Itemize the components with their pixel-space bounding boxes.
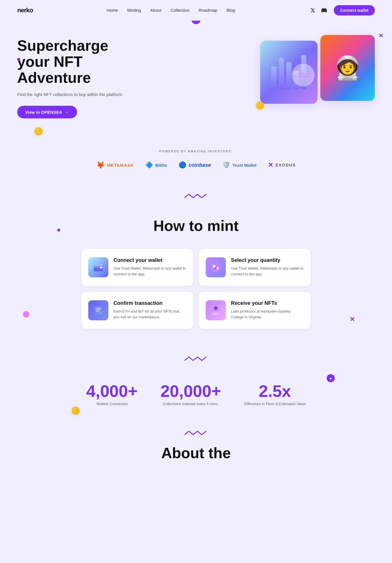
navbar: nerko Home Minting About Collection Road… bbox=[0, 0, 392, 21]
svg-rect-8 bbox=[96, 309, 101, 310]
about-section: About the bbox=[0, 420, 392, 464]
hero-subtext: Find the right NFT collections to buy wi… bbox=[17, 91, 123, 98]
view-opensea-button[interactable]: View in OPENSEA → bbox=[17, 106, 77, 118]
mint-step-4-text: Receive your NFTs Latin professor at Ham… bbox=[231, 300, 304, 320]
trustwallet-icon: 🛡️ bbox=[222, 161, 230, 169]
metamask-icon: 🦊 bbox=[96, 161, 105, 169]
svg-rect-9 bbox=[96, 311, 99, 311]
investors-label: POWERED BY AMAZING INVESTORS: bbox=[17, 150, 375, 153]
stat-collections: 20,000+ Collections Indexed every 5 mins… bbox=[160, 383, 221, 406]
mint-icon-transaction bbox=[88, 300, 108, 320]
stats-nav-dot: ▶ bbox=[327, 374, 335, 382]
twitter-icon[interactable] bbox=[309, 6, 317, 14]
mint-step-select-quantity: Select your quantity Use Trust Wallet, M… bbox=[199, 249, 311, 286]
mint-steps-grid: Connect your wallet Use Trust Wallet, Me… bbox=[81, 249, 311, 329]
wave-svg-1 bbox=[185, 192, 207, 201]
trustwallet-label: Trust Wallet bbox=[232, 163, 256, 168]
connect-wallet-button[interactable]: Connect wallet bbox=[334, 5, 375, 15]
exodus-icon: ✕ bbox=[268, 161, 273, 169]
svg-point-10 bbox=[212, 312, 220, 315]
nav-blog[interactable]: Blog bbox=[226, 8, 235, 13]
nav-home[interactable]: Home bbox=[107, 8, 118, 13]
nav-roadmap[interactable]: Roadmap bbox=[199, 8, 217, 13]
svg-rect-2 bbox=[100, 267, 102, 268]
brand-logo[interactable]: nerko bbox=[17, 7, 33, 14]
mint-step-1-text: Connect your wallet Use Trust Wallet, Me… bbox=[113, 257, 186, 277]
x-decoration-top: ✕ bbox=[379, 32, 383, 39]
nav-collection[interactable]: Collection bbox=[170, 8, 189, 13]
logo-exodus: ✕ EXODUS bbox=[268, 161, 296, 169]
x-decoration-mint: ✕ bbox=[350, 316, 355, 323]
investors-section: POWERED BY AMAZING INVESTORS: 🦊 METAMASK… bbox=[0, 141, 392, 183]
mint-icon-quantity bbox=[206, 257, 226, 277]
coinbase-label: coinbase bbox=[189, 162, 211, 168]
logo-coinbase: 🔵 coinbase bbox=[179, 161, 211, 169]
nft-card-2[interactable]: 🧑‍🚀 bbox=[320, 35, 375, 101]
wave-divider-3 bbox=[17, 429, 375, 439]
logo-trustwallet: 🛡️ Trust Wallet bbox=[222, 161, 256, 169]
nav-minting[interactable]: Minting bbox=[127, 8, 141, 13]
stats-coin-decoration bbox=[72, 407, 80, 415]
discord-icon[interactable] bbox=[320, 6, 328, 14]
arrow-icon: → bbox=[64, 109, 69, 115]
mint-step-confirm-transaction: Confirm transaction Earn ETH and BIT for… bbox=[81, 292, 193, 329]
how-to-mint-section: ✕ How to mint Connect your wallet Use Tr… bbox=[0, 206, 392, 346]
decoration-dot-left bbox=[17, 58, 20, 61]
hero-nft-images: ✕ 🧑‍🚀 VIEW IN OPENSEA ↗ bbox=[254, 35, 375, 121]
metamask-label: METAMASK bbox=[107, 163, 134, 168]
nav-links: Home Minting About Collection Roadmap Bl… bbox=[107, 8, 235, 13]
svg-rect-7 bbox=[96, 308, 101, 309]
wave-divider-1 bbox=[0, 183, 392, 206]
stat-wallets: 4,000+ Wallets Connected bbox=[86, 383, 138, 406]
nav-about[interactable]: About bbox=[150, 8, 161, 13]
decoration-dot-pink bbox=[23, 311, 29, 317]
hero-text: Supercharge your NFT Adventure Find the … bbox=[17, 38, 123, 119]
mint-step-connect-wallet: Connect your wallet Use Trust Wallet, Me… bbox=[81, 249, 193, 286]
coin-decoration-left bbox=[34, 127, 42, 135]
nft-astronaut-icon: 🧑‍🚀 bbox=[333, 54, 362, 81]
stat-difference: 2.5x Difference in Floor & Estimated Val… bbox=[244, 383, 306, 406]
wave-svg-2 bbox=[185, 355, 207, 363]
mint-step-receive-nfts: Receive your NFTs Latin professor at Ham… bbox=[199, 292, 311, 329]
hero-section: Supercharge your NFT Adventure Find the … bbox=[0, 21, 392, 141]
bitgo-label: BitGo bbox=[155, 163, 167, 168]
coin-decoration-hero bbox=[256, 101, 264, 109]
mint-icon-receive bbox=[206, 300, 226, 320]
mint-step-2-text: Select your quantity Use Trust Wallet, M… bbox=[231, 257, 304, 277]
coinbase-icon: 🔵 bbox=[179, 161, 186, 169]
about-title: About the bbox=[17, 444, 375, 462]
hero-headline: Supercharge your NFT Adventure bbox=[17, 38, 123, 86]
mint-step-3-text: Confirm transaction Earn ETH and BIT for… bbox=[113, 300, 186, 320]
exodus-label: EXODUS bbox=[275, 163, 296, 167]
bitgo-icon: 🔷 bbox=[145, 161, 153, 169]
svg-point-3 bbox=[211, 263, 220, 272]
wave-divider-2 bbox=[0, 346, 392, 368]
logo-metamask: 🦊 METAMASK bbox=[96, 161, 134, 169]
how-to-mint-title: How to mint bbox=[17, 217, 375, 234]
stats-grid: 4,000+ Wallets Connected 20,000+ Collect… bbox=[17, 383, 375, 406]
stats-section: ▶ 4,000+ Wallets Connected 20,000+ Colle… bbox=[0, 368, 392, 420]
svg-point-4 bbox=[213, 265, 215, 268]
investor-logos-list: 🦊 METAMASK 🔷 BitGo 🔵 coinbase 🛡️ Trust W… bbox=[17, 161, 375, 169]
nav-icons: Connect wallet bbox=[309, 5, 375, 15]
decoration-dot-mint bbox=[57, 229, 60, 232]
logo-bitgo: 🔷 BitGo bbox=[145, 161, 167, 169]
mint-icon-wallet bbox=[88, 257, 108, 277]
